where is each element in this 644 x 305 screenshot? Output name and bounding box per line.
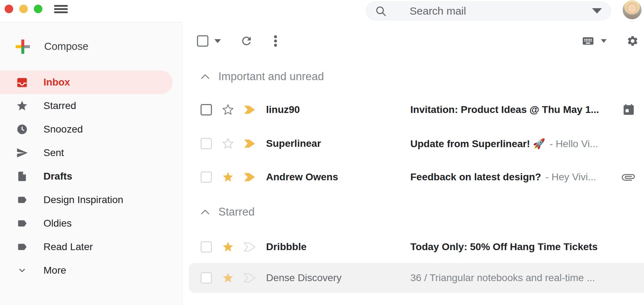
inbox-icon: [16, 76, 28, 89]
hamburger-icon: [54, 5, 68, 13]
search-bar[interactable]: [366, 1, 611, 20]
email-checkbox[interactable]: [201, 171, 212, 183]
send-icon: [16, 147, 28, 159]
email-subject: Update from Superlinear! 🚀: [410, 138, 545, 150]
more-vertical-icon: [273, 34, 278, 48]
clock-icon: [16, 123, 28, 135]
sidebar-item-label: Inbox: [43, 77, 70, 88]
section-header-starred: Starred: [183, 193, 644, 231]
select-dropdown-icon[interactable]: [214, 39, 221, 43]
sidebar-item-label: Design Inspiration: [43, 194, 123, 206]
star-filled-icon[interactable]: [222, 272, 234, 284]
user-avatar[interactable]: [623, 0, 642, 19]
search-input[interactable]: [409, 5, 560, 17]
star-filled-icon[interactable]: [222, 171, 234, 183]
traffic-light-zoom[interactable]: [34, 5, 42, 13]
email-sender: Superlinear: [266, 138, 410, 149]
email-row-read[interactable]: Dense Discovery 36 / Triangular notebook…: [189, 263, 644, 293]
paperclip-icon: [621, 170, 635, 184]
keyboard-icon: [580, 35, 596, 47]
list-toolbar: [183, 22, 644, 60]
email-checkbox[interactable]: [201, 272, 212, 284]
input-tools-button[interactable]: [580, 35, 596, 47]
sidebar-item-label: Read Later: [43, 241, 93, 253]
email-sender: Dribbble: [266, 241, 410, 253]
label-icon: [16, 218, 28, 229]
select-all-checkbox[interactable]: [197, 35, 208, 47]
compose-label: Compose: [44, 41, 88, 52]
email-row[interactable]: Andrew Owens Feedback on latest design? …: [183, 161, 644, 193]
importance-marker-icon[interactable]: [243, 105, 256, 115]
sidebar-item-design-inspiration[interactable]: Design Inspiration: [0, 188, 173, 212]
sidebar: Compose Inbox Starred: [0, 22, 183, 305]
settings-button[interactable]: [627, 35, 639, 47]
chevron-down-icon: [17, 266, 27, 275]
compose-plus-icon: [16, 40, 30, 54]
mail-list-pane: Important and unread linuz90 Invitation:…: [183, 22, 644, 305]
window-controls: [5, 5, 42, 13]
gear-icon: [627, 35, 639, 47]
sidebar-item-more[interactable]: More: [0, 259, 173, 282]
star-outline-icon[interactable]: [222, 138, 234, 150]
email-row[interactable]: linuz90 Invitation: Product Ideas @ Thu …: [183, 93, 644, 126]
star-outline-icon[interactable]: [222, 104, 234, 116]
sidebar-item-snoozed[interactable]: Snoozed: [0, 118, 173, 141]
email-row[interactable]: Superlinear Update from Superlinear! 🚀 -…: [183, 126, 644, 161]
email-snippet: - Hey Vivi...: [545, 171, 596, 183]
sidebar-item-oldies[interactable]: Oldies: [0, 212, 173, 235]
importance-marker-icon[interactable]: [243, 139, 256, 149]
importance-marker-outline-icon[interactable]: [243, 273, 256, 283]
search-options-dropdown-icon[interactable]: [592, 8, 602, 14]
email-subject: Feedback on latest design?: [410, 171, 541, 183]
email-sender: linuz90: [266, 104, 410, 115]
refresh-icon: [240, 35, 253, 47]
traffic-light-minimize[interactable]: [19, 5, 28, 13]
importance-marker-icon[interactable]: [243, 172, 256, 182]
star-filled-icon[interactable]: [222, 241, 234, 253]
email-sender: Dense Discovery: [266, 272, 410, 284]
sidebar-item-label: Drafts: [43, 171, 72, 182]
search-icon: [375, 5, 387, 17]
email-checkbox[interactable]: [201, 138, 212, 149]
section-title: Starred: [218, 206, 255, 218]
more-options-button[interactable]: [273, 34, 278, 48]
sidebar-item-label: Starred: [43, 100, 76, 112]
compose-button[interactable]: Compose: [0, 22, 182, 71]
chevron-up-icon[interactable]: [201, 74, 210, 79]
gmail-window: Compose Inbox Starred: [0, 0, 644, 305]
email-checkbox[interactable]: [201, 241, 212, 253]
refresh-button[interactable]: [240, 35, 253, 47]
sidebar-item-label: Sent: [43, 147, 64, 159]
sidebar-item-label: More: [43, 265, 66, 276]
email-snippet: - Hello Vi...: [550, 138, 598, 150]
chevron-up-icon[interactable]: [201, 209, 210, 215]
email-sender: Andrew Owens: [266, 171, 410, 183]
sidebar-item-inbox[interactable]: Inbox: [0, 71, 173, 94]
label-icon: [16, 195, 28, 205]
email-snippet: 36 / Triangular notebooks and real-time …: [410, 272, 595, 284]
calendar-icon: [622, 103, 635, 117]
email-subject: Invitation: Product Ideas @ Thu May 1...: [410, 104, 599, 115]
draft-icon: [16, 170, 28, 183]
section-header-important-unread: Important and unread: [183, 60, 644, 93]
keyboard-dropdown-icon[interactable]: [601, 39, 607, 43]
email-subject: Today Only: 50% Off Hang Time Tickets: [410, 241, 598, 253]
email-row[interactable]: Dribbble Today Only: 50% Off Hang Time T…: [183, 231, 644, 263]
email-checkbox[interactable]: [201, 104, 212, 115]
sidebar-item-starred[interactable]: Starred: [0, 94, 173, 118]
label-icon: [16, 242, 28, 252]
sidebar-item-label: Oldies: [43, 218, 72, 229]
sidebar-item-drafts[interactable]: Drafts: [0, 165, 173, 188]
sidebar-item-sent[interactable]: Sent: [0, 141, 173, 165]
topbar: [0, 0, 644, 22]
star-icon: [16, 100, 28, 112]
main-menu-button[interactable]: [54, 5, 68, 13]
section-title: Important and unread: [218, 70, 324, 83]
sidebar-item-label: Snoozed: [43, 124, 83, 135]
traffic-light-close[interactable]: [5, 5, 13, 13]
sidebar-item-read-later[interactable]: Read Later: [0, 235, 173, 259]
importance-marker-outline-icon[interactable]: [243, 242, 256, 252]
